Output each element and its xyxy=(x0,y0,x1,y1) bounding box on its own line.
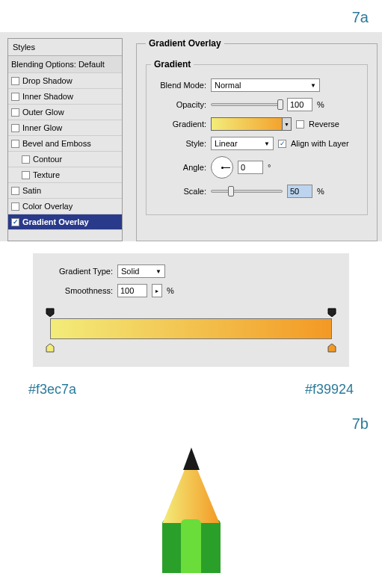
blend-mode-label: Blend Mode: xyxy=(151,81,206,90)
style-label: Gradient Overlay xyxy=(22,217,89,226)
gradient-subtitle: Gradient xyxy=(151,59,194,69)
blend-mode-select[interactable]: Normal ▼ xyxy=(211,78,320,92)
dropdown-arrow-icon: ▼ xyxy=(310,82,316,89)
angle-dial[interactable] xyxy=(211,156,233,179)
checkbox-icon[interactable] xyxy=(11,202,19,211)
degree-label: ° xyxy=(268,163,271,172)
checkbox-icon[interactable] xyxy=(11,108,19,117)
gradient-type-value: Solid xyxy=(121,267,139,276)
reverse-label: Reverse xyxy=(309,120,339,129)
angle-label: Angle: xyxy=(151,163,206,172)
align-label: Align with Layer xyxy=(291,139,349,148)
style-select[interactable]: Linear ▼ xyxy=(211,137,274,150)
style-label: Style: xyxy=(151,139,206,148)
pencil-tip xyxy=(183,448,200,470)
style-label: Color Overlay xyxy=(22,202,73,211)
scale-slider[interactable] xyxy=(211,190,283,193)
figure-label-7a: 7a xyxy=(0,0,382,32)
gradient-type-label: Gradient Type: xyxy=(44,267,113,276)
gradient-overlay-title: Gradient Overlay xyxy=(146,38,224,49)
checkbox-icon[interactable] xyxy=(11,77,19,85)
checkbox-icon[interactable] xyxy=(22,171,30,179)
svg-marker-1 xyxy=(328,309,336,317)
color-hex-row: #f3ec7a #f39924 xyxy=(0,373,382,406)
percent-label: % xyxy=(317,187,324,196)
opacity-label: Opacity: xyxy=(151,100,206,109)
dropdown-arrow-icon: ▸ xyxy=(155,288,158,294)
scale-input[interactable]: 50 xyxy=(287,185,312,198)
color-stop-right[interactable] xyxy=(327,344,336,353)
style-label: Inner Glow xyxy=(22,123,62,132)
gradient-inner-group: Gradient Blend Mode: Normal ▼ Opacity: 1… xyxy=(146,59,368,215)
gradient-overlay-group: Gradient Overlay Gradient Blend Mode: No… xyxy=(136,38,378,241)
hex-left: #f3ec7a xyxy=(28,382,76,397)
percent-label: % xyxy=(317,100,324,109)
smoothness-input[interactable]: 100 xyxy=(117,284,147,297)
layer-style-dialog: Styles Blending Options: Default Drop Sh… xyxy=(0,32,382,241)
style-row-texture[interactable]: Texture xyxy=(8,167,122,183)
dropdown-arrow-icon: ▼ xyxy=(264,140,270,147)
style-row-satin[interactable]: Satin xyxy=(8,183,122,199)
style-label: Inner Shadow xyxy=(22,92,73,101)
styles-header: Styles xyxy=(8,39,122,56)
pencil-barrel xyxy=(162,519,221,573)
slider-thumb-icon[interactable] xyxy=(228,186,234,196)
opacity-slider[interactable] xyxy=(211,103,283,106)
opacity-input[interactable]: 100 xyxy=(287,98,312,111)
style-row-bevel-emboss[interactable]: Bevel and Emboss xyxy=(8,136,122,152)
style-label: Satin xyxy=(22,186,41,195)
blend-mode-value: Normal xyxy=(215,81,241,90)
checkbox-icon[interactable] xyxy=(11,124,19,132)
dropdown-arrow-icon[interactable]: ▼ xyxy=(282,118,291,130)
styles-list: Styles Blending Options: Default Drop Sh… xyxy=(7,38,123,241)
color-stop-left[interactable] xyxy=(46,344,55,353)
style-row-contour[interactable]: Contour xyxy=(8,152,122,167)
pencil-preview xyxy=(0,439,382,588)
style-label: Drop Shadow xyxy=(22,76,73,85)
gradient-bar[interactable] xyxy=(44,308,338,353)
style-label: Texture xyxy=(33,170,60,179)
checkbox-icon[interactable] xyxy=(11,187,19,195)
gradient-label: Gradient: xyxy=(151,120,206,129)
hex-right: #f39924 xyxy=(305,382,354,397)
style-row-drop-shadow[interactable]: Drop Shadow xyxy=(8,73,122,89)
style-row-inner-glow[interactable]: Inner Glow xyxy=(8,120,122,136)
checkbox-icon[interactable] xyxy=(22,155,30,164)
style-row-color-overlay[interactable]: Color Overlay xyxy=(8,199,122,214)
checkbox-icon[interactable] xyxy=(11,140,19,148)
style-row-gradient-overlay[interactable]: Gradient Overlay xyxy=(8,214,122,230)
style-label: Bevel and Emboss xyxy=(22,139,91,148)
smoothness-dropdown[interactable]: ▸ xyxy=(152,284,162,297)
slider-thumb-icon[interactable] xyxy=(277,99,283,110)
pencil-icon xyxy=(162,448,221,573)
style-row-outer-glow[interactable]: Outer Glow xyxy=(8,105,122,120)
opacity-stop-right[interactable] xyxy=(327,308,336,317)
svg-marker-3 xyxy=(328,344,336,352)
gradient-editor: Gradient Type: Solid ▼ Smoothness: 100 ▸… xyxy=(33,253,349,367)
style-value: Linear xyxy=(215,139,238,148)
align-checkbox[interactable] xyxy=(278,140,286,148)
style-label: Contour xyxy=(33,155,62,164)
blending-options-row[interactable]: Blending Options: Default xyxy=(8,56,122,73)
angle-input[interactable]: 0 xyxy=(238,161,263,174)
checkbox-icon[interactable] xyxy=(11,93,19,101)
gradient-ramp[interactable] xyxy=(50,318,332,339)
percent-label: % xyxy=(167,286,174,295)
smoothness-label: Smoothness: xyxy=(44,286,113,295)
style-row-inner-shadow[interactable]: Inner Shadow xyxy=(8,89,122,105)
checkbox-icon[interactable] xyxy=(11,218,19,226)
reverse-checkbox[interactable] xyxy=(296,120,304,129)
style-label: Outer Glow xyxy=(22,108,64,117)
gradient-preview[interactable]: ▼ xyxy=(211,117,292,131)
scale-label: Scale: xyxy=(151,187,206,196)
svg-marker-2 xyxy=(46,344,54,352)
figure-label-7b: 7b xyxy=(0,406,382,439)
gradient-type-select[interactable]: Solid ▼ xyxy=(117,264,165,278)
dropdown-arrow-icon: ▼ xyxy=(155,268,161,275)
opacity-stop-left[interactable] xyxy=(46,308,55,317)
svg-marker-0 xyxy=(46,309,54,317)
